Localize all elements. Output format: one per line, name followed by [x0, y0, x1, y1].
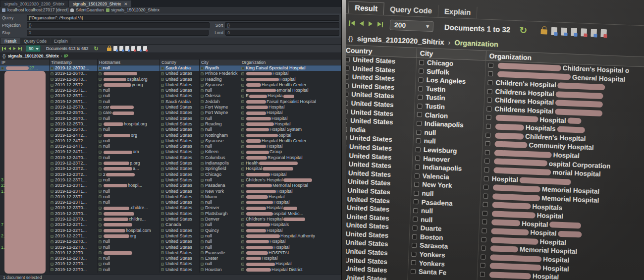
- tab-result[interactable]: Result: [348, 1, 384, 15]
- result-row[interactable]: 2019-12-22T0...nullUnited Statesnull Hos…: [0, 261, 341, 267]
- refresh-button[interactable]: ↻: [94, 46, 99, 52]
- result-row[interactable]: 2019-12-24T0...nullUnited StatesColumbus…: [0, 155, 341, 161]
- last-page-button[interactable]: [377, 21, 383, 27]
- breadcrumb-collection[interactable]: signals_21012020_Shitrix: [357, 35, 444, 46]
- projection-input[interactable]: [27, 22, 210, 28]
- result-row[interactable]: 2019-12-25T1...nullSaudi ArabiaJeddahFai…: [0, 99, 341, 105]
- next-page-button[interactable]: [368, 21, 372, 26]
- result-row[interactable]: 2019-12-23T2...p.orgUnited StatesIndiana…: [0, 161, 341, 166]
- cell-text: 2019-12-23T1...: [55, 177, 87, 183]
- result-row[interactable]: 2019-12-23T0...United StatesPlattsburgho…: [0, 211, 341, 217]
- cell-organization: ospital: [240, 133, 341, 138]
- breadcrumb-field[interactable]: Organization: [454, 39, 498, 49]
- cell-text: p.org: [130, 161, 140, 166]
- result-row[interactable]: 1...2019-12-22T0...nullUnited Statesnull…: [0, 245, 341, 250]
- cell-text: United States: [165, 189, 192, 194]
- first-page-button[interactable]: [349, 20, 355, 26]
- result-row[interactable]: 2019-12-22T0...United StatesEvansville H…: [0, 250, 341, 256]
- result-row[interactable]: 2019-12-23T2...2United StatesChicago Hos…: [0, 172, 341, 177]
- cell-hostnames: hospital.org: [98, 121, 160, 127]
- result-row[interactable]: 2019-12-23T1...nullUnited StatesMiami Ho…: [0, 194, 341, 200]
- result-row[interactable]: 2019-12-24T2...nullUnited StatesSyracuse…: [0, 138, 341, 144]
- result-row[interactable]: 2019-12-26T0...ospital.orgUnited StatesR…: [0, 77, 341, 82]
- result-row[interactable]: 2019-12-25T1...nullUnited Statesnullemor…: [0, 88, 341, 93]
- field-type-icon: [482, 237, 486, 242]
- column-header-ip[interactable]: IP: [0, 59, 50, 65]
- result-row[interactable]: 1...2019-12-23T1...nullUnited StatesNew …: [0, 189, 341, 194]
- result-row[interactable]: 2019-12-22T1...hospital.comUnited States…: [0, 228, 341, 233]
- result-row[interactable]: 2019-12-25T0...nullUnited Statesnull Hos…: [0, 127, 341, 132]
- column-header-hostnames[interactable]: Hostnames: [98, 59, 160, 65]
- column-header-city[interactable]: City: [200, 59, 240, 65]
- lock-icon[interactable]: [107, 48, 111, 51]
- tab-query-code[interactable]: Query Code: [20, 38, 50, 44]
- previous-page-button[interactable]: [8, 47, 11, 50]
- field-type-icon: [161, 162, 164, 165]
- next-page-button[interactable]: [13, 47, 16, 50]
- delete-document-icon[interactable]: [131, 46, 135, 51]
- page-size-select[interactable]: 50: [26, 45, 41, 52]
- import-document-icon[interactable]: [601, 29, 607, 37]
- column-header-country[interactable]: Country: [160, 59, 200, 65]
- cell-text: Denver: [205, 205, 219, 211]
- page-size-select[interactable]: 200: [390, 19, 434, 32]
- tab-explain[interactable]: Explain: [51, 38, 71, 44]
- previous-page-button[interactable]: [359, 21, 363, 26]
- limit-input[interactable]: [225, 30, 339, 36]
- result-row[interactable]: 2019-12-25T0...nullUnited Statesnull Hos…: [0, 116, 341, 121]
- result-row[interactable]: 222019-12-23T1...hospi...United StatesPa…: [0, 183, 341, 188]
- column-header-timestamp[interactable]: Timestamp: [50, 59, 98, 65]
- skip-input[interactable]: [27, 30, 209, 36]
- result-row[interactable]: 2019-12-23T0....childre...United StatesD…: [0, 205, 341, 211]
- result-row[interactable]: 2019-12-25T0...careUnited StatesFort Way…: [0, 110, 341, 115]
- result-row[interactable]: 2019-12-25T2...yr.orgUnited StatesSyracu…: [0, 82, 341, 88]
- query-input[interactable]: [27, 15, 339, 21]
- result-row[interactable]: 2...2019-12-22T1...orgUnited Statesnull …: [0, 233, 341, 239]
- result-row[interactable]: 2019-12-22T0...nullUnited Statesnull Hos…: [0, 239, 341, 244]
- cell-text: Syracuse: [205, 82, 224, 88]
- breadcrumb-collection[interactable]: signals_15012020_Shitrix: [8, 54, 59, 58]
- result-row[interactable]: 2019-12-23T0...childre...United StatesDe…: [0, 217, 341, 222]
- result-row[interactable]: 2019-12-25T0...hospital.orgUnited States…: [0, 121, 341, 127]
- delete-document-icon[interactable]: [581, 28, 588, 36]
- cell-text: United States: [165, 183, 192, 188]
- duplicate-document-icon[interactable]: [571, 28, 578, 36]
- export-document-icon[interactable]: [137, 46, 141, 51]
- close-tab-icon[interactable]: ✕: [124, 1, 127, 6]
- field-type-icon: [201, 72, 204, 75]
- export-document-icon[interactable]: [591, 29, 597, 37]
- result-row[interactable]: 2019-12-24T1...nullUnited Statesnull Hos…: [0, 144, 341, 149]
- import-document-icon[interactable]: [143, 46, 147, 51]
- tab-query-code[interactable]: Query Code: [384, 3, 439, 17]
- first-page-button[interactable]: [2, 47, 6, 51]
- result-row[interactable]: 32019-12-23T1...nullUnited StatesnullChi…: [0, 177, 341, 183]
- result-row[interactable]: 2019-12-23T2...a...United StatesSpringfi…: [0, 166, 341, 171]
- result-row[interactable]: 27...2019-12-26T02...nullSaudi ArabiaRiy…: [0, 65, 341, 71]
- edit-document-icon[interactable]: [119, 46, 123, 51]
- column-header-organization[interactable]: Organization: [240, 59, 341, 65]
- result-row[interactable]: 2019-12-26T0...United StatesPrince Frede…: [0, 71, 341, 76]
- breadcrumb-field[interactable]: IP: [64, 54, 68, 58]
- sort-input[interactable]: [225, 22, 339, 28]
- result-row[interactable]: 72019-12-22T1...Canadanull Hospitals: [0, 222, 341, 227]
- result-row[interactable]: 2019-12-22T0...nullUnited StatesHouston …: [0, 267, 341, 273]
- refresh-button[interactable]: ↻: [519, 25, 528, 35]
- result-row[interactable]: 2019-12-25T1...nullUnited StatesOdessaE …: [0, 93, 341, 99]
- add-document-icon[interactable]: [551, 27, 558, 35]
- cell-hostnames: p.org: [98, 161, 160, 166]
- window-tab-inactive[interactable]: signals_20012020_2200_Shitrix: [0, 0, 68, 7]
- tab-result[interactable]: Result: [1, 38, 20, 44]
- add-document-icon[interactable]: [113, 46, 117, 51]
- edit-document-icon[interactable]: [561, 28, 568, 36]
- tab-explain[interactable]: Explain: [438, 5, 478, 19]
- duplicate-document-icon[interactable]: [125, 46, 129, 51]
- window-tab-active[interactable]: signals_15012020_Shitrix ✕: [69, 0, 131, 7]
- result-row[interactable]: 2019-12-24T1...omUnited StatesKilleen Gr…: [0, 149, 341, 155]
- result-row[interactable]: 2019-12-22T0...nullUnited StatesExeter H…: [0, 256, 341, 261]
- result-row[interactable]: 2019-12-23T1...nullUnited Statesnull Hos…: [0, 200, 341, 205]
- result-row[interactable]: 2019-12-24T2...orgUnited StatesNottingha…: [0, 133, 341, 138]
- lock-icon[interactable]: [541, 29, 547, 35]
- result-row[interactable]: 2019-12-25T0...carUnited StatesFort Wayn…: [0, 105, 341, 110]
- last-page-button[interactable]: [18, 47, 22, 51]
- field-type-icon: [201, 190, 204, 193]
